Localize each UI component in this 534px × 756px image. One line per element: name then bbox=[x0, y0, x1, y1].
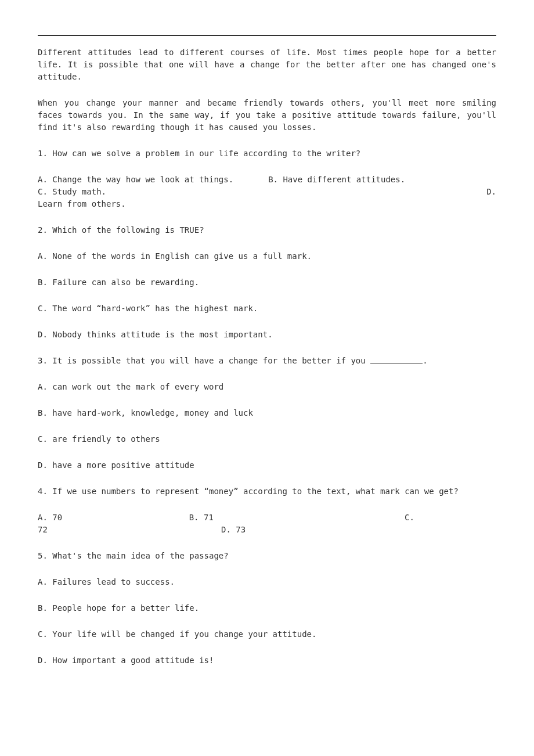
question-1-option-d-text: Learn from others. bbox=[38, 198, 496, 210]
question-3-stem-suffix: . bbox=[423, 356, 427, 365]
question-4-option-d: D. 73 bbox=[221, 524, 246, 536]
fill-in-blank bbox=[370, 356, 423, 363]
passage-paragraph-2: When you change your manner and became f… bbox=[38, 97, 496, 134]
question-1-option-c: C. Study math. bbox=[38, 186, 106, 198]
question-3-option-b: B. have hard-work, knowledge, money and … bbox=[38, 407, 496, 419]
question-5-option-b: B. People hope for a better life. bbox=[38, 602, 496, 614]
question-5: 5. What's the main idea of the passage? … bbox=[38, 550, 496, 667]
question-2-option-b: B. Failure can also be rewarding. bbox=[38, 276, 496, 289]
question-1-option-b: B. Have different attitudes. bbox=[233, 174, 496, 186]
question-4-option-c-prefix: C. bbox=[405, 512, 496, 524]
question-2-option-a: A. None of the words in English can give… bbox=[38, 250, 496, 262]
question-4-option-c-text: 72 bbox=[38, 524, 221, 536]
question-1-options-row-1: A. Change the way how we look at things.… bbox=[38, 174, 496, 186]
question-4-options: A. 70 B. 71 C. 72 D. 73 bbox=[38, 512, 496, 536]
question-1-stem: 1. How can we solve a problem in our lif… bbox=[38, 147, 496, 160]
question-1: 1. How can we solve a problem in our lif… bbox=[38, 147, 496, 210]
question-3-option-a: A. can work out the mark of every word bbox=[38, 381, 496, 393]
question-5-stem: 5. What's the main idea of the passage? bbox=[38, 550, 496, 562]
question-5-option-c: C. Your life will be changed if you chan… bbox=[38, 628, 496, 640]
question-4-option-b: B. 71 bbox=[189, 512, 405, 524]
question-4-stem: 4. If we use numbers to represent “money… bbox=[38, 485, 496, 498]
question-2: 2. Which of the following is TRUE? A. No… bbox=[38, 224, 496, 341]
question-4: 4. If we use numbers to represent “money… bbox=[38, 485, 496, 536]
question-3-option-c: C. are friendly to others bbox=[38, 433, 496, 445]
question-1-option-a: A. Change the way how we look at things. bbox=[38, 174, 233, 186]
question-2-option-d: D. Nobody thinks attitude is the most im… bbox=[38, 329, 496, 341]
question-1-option-d-prefix: D. bbox=[486, 186, 496, 198]
passage-paragraph-1: Different attitudes lead to different co… bbox=[38, 46, 496, 83]
question-3-stem: 3. It is possible that you will have a c… bbox=[38, 355, 496, 367]
question-5-option-d: D. How important a good attitude is! bbox=[38, 654, 496, 667]
question-3: 3. It is possible that you will have a c… bbox=[38, 355, 496, 471]
question-5-option-a: A. Failures lead to success. bbox=[38, 576, 496, 588]
question-4-option-a: A. 70 bbox=[38, 512, 189, 524]
question-1-options-row-2: C. Study math. D. Learn from others. bbox=[38, 186, 496, 210]
question-2-option-c: C. The word “hard-work” has the highest … bbox=[38, 303, 496, 315]
question-3-option-d: D. have a more positive attitude bbox=[38, 459, 496, 471]
horizontal-rule bbox=[38, 35, 496, 36]
question-2-stem: 2. Which of the following is TRUE? bbox=[38, 224, 496, 236]
question-3-stem-prefix: 3. It is possible that you will have a c… bbox=[38, 356, 370, 365]
